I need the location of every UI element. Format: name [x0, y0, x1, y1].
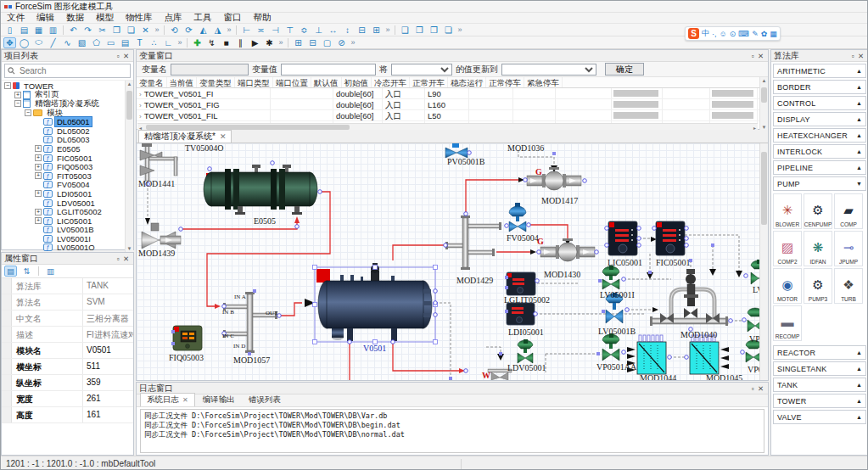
property-row[interactable]: 中文名 三相分离器: [2, 311, 133, 327]
algo-item-comp[interactable]: ▰ COMP: [834, 193, 863, 229]
column-header[interactable]: 初始值: [342, 77, 372, 87]
tree-item[interactable]: TOWER: [2, 81, 133, 91]
menu-item[interactable]: 物性库: [120, 12, 159, 24]
ime-soft-keyboard[interactable]: ⌨: [738, 30, 749, 38]
toolbar-align-bottom[interactable]: ⊥: [312, 25, 325, 36]
toolbar-bring-forward[interactable]: ❐: [428, 25, 440, 36]
toolbar-same-width[interactable]: ⊟: [356, 25, 368, 36]
algorithm-category[interactable]: PIPELINE ▲: [773, 160, 866, 175]
menu-item[interactable]: 帮助: [248, 12, 277, 24]
equipment-lglit05002[interactable]: [507, 272, 535, 295]
property-row[interactable]: 纵坐标 359: [2, 375, 133, 391]
toolbar-cut[interactable]: ✂: [96, 25, 109, 36]
toolbar-angle-tool[interactable]: ∟: [162, 37, 175, 48]
var-value-input[interactable]: [281, 64, 376, 76]
column-header[interactable]: 当前值: [167, 77, 198, 87]
property-row[interactable]: 宽度 261: [2, 391, 133, 407]
menu-item[interactable]: 工具: [188, 12, 218, 24]
log-tab[interactable]: 编译输出: [197, 394, 241, 406]
tree-scrollbar[interactable]: ▲▼: [125, 81, 133, 252]
toolbar-more-edit[interactable]: »: [154, 25, 160, 36]
ime-handwriting[interactable]: ✎: [752, 30, 759, 38]
tab-close-icon[interactable]: ✕: [182, 396, 188, 404]
algo-item-jpump[interactable]: ⊸ JPUMP: [834, 231, 863, 266]
column-header[interactable]: 变量名: [137, 77, 167, 87]
toolbar-select-region[interactable]: ▢: [321, 37, 333, 48]
toolbar-point-tool[interactable]: ∴: [148, 37, 160, 48]
ime-voice-input[interactable]: ⊙: [730, 30, 736, 38]
algorithm-category[interactable]: PUMP ▼: [773, 176, 866, 191]
algorithm-category[interactable]: HEATEXCHANGER ▲: [773, 128, 866, 143]
equipment-lic05001[interactable]: [608, 221, 637, 255]
toolbar-undo[interactable]: ↶: [67, 25, 80, 36]
menu-item[interactable]: 点库: [159, 12, 188, 24]
equipment-lv05001b[interactable]: [606, 293, 623, 323]
float-icon[interactable]: ▫: [750, 52, 756, 60]
table-row[interactable]: ›TOWER_V0501_FI double[60] 入口 L90: [137, 88, 768, 99]
algorithm-category[interactable]: TOWER ▲: [773, 394, 866, 408]
equipment-pv05001b[interactable]: [445, 143, 468, 158]
equipment-mod1441[interactable]: [140, 143, 177, 181]
toolbar-pause[interactable]: ∥: [234, 37, 247, 48]
toolbar-zoom-fit[interactable]: ⊞: [292, 37, 305, 48]
equipment-mod1044[interactable]: [627, 335, 666, 374]
equipment-valve-w[interactable]: [488, 369, 512, 380]
menu-item[interactable]: 窗口: [218, 12, 248, 24]
search-box[interactable]: [4, 64, 131, 78]
column-header[interactable]: 紧急停车: [524, 77, 563, 87]
algo-item-cenpump[interactable]: ⚙ CENPUMP: [804, 193, 832, 229]
categorized-view-button[interactable]: ▤: [4, 266, 17, 277]
algo-item-motor[interactable]: ◉ MOTOR: [773, 268, 802, 304]
toolbar-redo[interactable]: ↷: [81, 25, 94, 36]
column-header[interactable]: 正常停车: [486, 77, 524, 87]
algorithm-category[interactable]: TANK ▲: [773, 378, 866, 392]
equipment-fic05001[interactable]: [656, 221, 685, 255]
equipment-mod1040[interactable]: [650, 269, 728, 326]
algo-item-pump3[interactable]: ⚙ PUMP3: [804, 268, 832, 304]
float-icon[interactable]: ▫: [750, 384, 756, 393]
tree-expander-icon[interactable]: [25, 109, 31, 116]
algo-item-recomp[interactable]: ▬ RECOMP: [773, 305, 802, 341]
toolbar-more-order[interactable]: »: [456, 25, 463, 36]
toolbar-zoom-reset[interactable]: ⊟: [306, 37, 319, 48]
algorithm-category[interactable]: BORDER ▲: [773, 80, 866, 94]
column-header[interactable]: 端口位置: [273, 77, 311, 87]
close-icon[interactable]: ✕: [121, 255, 131, 263]
equipment-vp0501aa[interactable]: [602, 333, 619, 361]
equipment-fiq05003[interactable]: [173, 326, 202, 350]
column-header[interactable]: 端口类型: [235, 77, 273, 87]
toolbar-image-tool[interactable]: ▧: [76, 37, 88, 48]
table-row[interactable]: ›TOWER_V0501_FIL double[60] 入口 L50: [137, 110, 768, 121]
toolbar-compile[interactable]: ↯: [205, 37, 218, 48]
alphabetical-sort-button[interactable]: ⇅: [20, 266, 33, 277]
equipment-mod1429[interactable]: [445, 215, 501, 270]
toolbar-flip-vertical[interactable]: ◮: [211, 25, 224, 36]
equipment-fv05004[interactable]: [509, 203, 526, 232]
algo-item-turb[interactable]: ❖ TURB: [834, 268, 863, 304]
menu-item[interactable]: 数据: [60, 12, 90, 24]
tree-expander-icon[interactable]: [35, 145, 42, 152]
sogou-logo-icon[interactable]: S: [688, 28, 699, 39]
toolbar-polygon-tool[interactable]: ⬠: [90, 37, 103, 48]
column-header[interactable]: 冷态开车: [372, 77, 410, 87]
close-icon[interactable]: ✕: [756, 52, 765, 60]
toolbar-hide-layer[interactable]: ⊘: [335, 37, 348, 48]
canvas-tab[interactable]: 精馏塔顶冷凝系统* ✕: [138, 130, 232, 143]
toolbar-curve-tool[interactable]: ∿: [61, 37, 74, 48]
toolbar-print[interactable]: ▥: [47, 25, 59, 36]
equipment-mod1439[interactable]: [142, 223, 181, 249]
toolbar-flip-horizontal[interactable]: ◭: [197, 25, 210, 36]
tree-expander-icon[interactable]: [35, 190, 42, 197]
tree-expander-icon[interactable]: [35, 164, 42, 171]
equipment-e0505[interactable]: [204, 165, 317, 215]
toolbar-step[interactable]: ✱: [263, 37, 276, 48]
toolbar-align-right[interactable]: ⊣: [269, 25, 282, 36]
toolbar-save[interactable]: ▤: [18, 25, 31, 36]
algorithm-category[interactable]: REACTOR ▲: [773, 345, 866, 360]
algorithm-category[interactable]: ARITHMETIC ▲: [773, 64, 866, 78]
toolbar-more-transform[interactable]: »: [226, 25, 232, 36]
toolbar-save-all[interactable]: ▦: [32, 25, 45, 36]
toolbar-rotate-right[interactable]: ⟳: [182, 25, 195, 36]
tree-expander-icon[interactable]: [35, 217, 42, 224]
equipment-ldi05001[interactable]: [507, 303, 535, 325]
